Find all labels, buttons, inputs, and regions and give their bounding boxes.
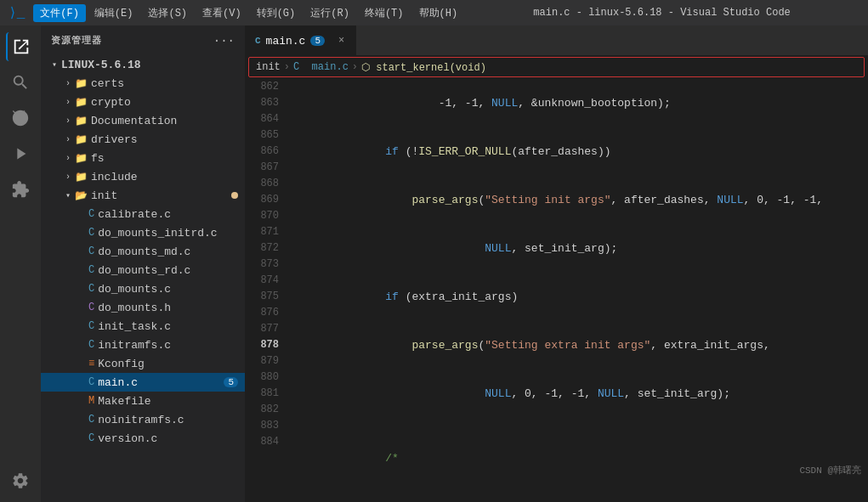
line-num-871: 871 (245, 224, 279, 240)
c-file-icon: C (88, 264, 94, 276)
title-bar: ⟩_ 文件(F)编辑(E)选择(S)查看(V)转到(G)运行(R)终端(T)帮助… (0, 0, 868, 25)
search-icon[interactable] (6, 68, 35, 97)
do-mounts-rd-label: do_mounts_rd.c (98, 264, 190, 277)
crypto-label: crypto (91, 96, 131, 109)
menu-item-0[interactable]: 文件(F) (33, 4, 86, 22)
sidebar-item-do-mounts-md[interactable]: › C do_mounts_md.c (41, 242, 245, 261)
menu-item-3[interactable]: 查看(V) (196, 4, 248, 22)
sidebar-item-kconfig[interactable]: › ≡ Kconfig (41, 354, 245, 373)
include-arrow: › (61, 172, 75, 182)
fs-label: fs (91, 152, 105, 165)
docs-label: Documentation (91, 115, 177, 127)
sidebar-item-makefile[interactable]: › M Makefile (41, 392, 245, 410)
code-line-865: NULL, set_init_arg); (292, 224, 868, 273)
menu-item-4[interactable]: 转到(G) (250, 4, 303, 22)
makefile-label: Makefile (98, 395, 150, 408)
menu-item-5[interactable]: 运行(R) (304, 4, 356, 22)
line-num-868: 868 (245, 176, 279, 192)
line-num-882: 882 (245, 402, 279, 418)
c-file-icon: C (88, 320, 94, 332)
c-file-icon: C (88, 432, 94, 444)
line-num-867: 867 (245, 160, 279, 176)
settings-icon[interactable] (6, 466, 35, 495)
c-file-icon: C (88, 376, 94, 388)
sidebar-item-noinitramfs[interactable]: › C noinitramfs.c (41, 410, 245, 429)
menu-item-6[interactable]: 终端(T) (358, 4, 411, 22)
init-modified-badge (231, 192, 238, 199)
h-file-icon: C (88, 302, 94, 313)
sidebar-item-do-mounts[interactable]: › C do_mounts.c (41, 279, 245, 298)
folder-icon: 📁 (75, 96, 88, 109)
line-num-864: 864 (245, 111, 279, 127)
version-label: version.c (98, 432, 157, 445)
line-num-880: 880 (245, 369, 279, 386)
line-num-865: 865 (245, 127, 279, 144)
menu-item-1[interactable]: 编辑(E) (88, 4, 140, 22)
certs-arrow: › (61, 79, 75, 88)
tab-main-label: main.c (266, 35, 306, 48)
breadcrumb-function[interactable]: ⬡ start_kernel(void) (361, 61, 486, 74)
code-line-869 (292, 418, 868, 434)
sidebar-title: 资源管理器 (51, 34, 102, 47)
tab-main-badge: 5 (310, 36, 325, 46)
sidebar-item-documentation[interactable]: › 📁 Documentation (41, 111, 245, 130)
do-mounts-h-label: do_mounts.h (98, 302, 171, 314)
watermark: CSDN @韩曙亮 (799, 464, 861, 477)
do-mounts-md-label: do_mounts_md.c (98, 245, 190, 258)
sidebar-item-drivers[interactable]: › 📁 drivers (41, 130, 245, 149)
line-num-884: 884 (245, 434, 279, 450)
sidebar-item-do-mounts-rd[interactable]: › C do_mounts_rd.c (41, 261, 245, 279)
sidebar-item-calibrate[interactable]: › C calibrate.c (41, 205, 245, 223)
file-tree: ▾ LINUX-5.6.18 › 📁 certs › 📁 crypto › 📁 … (41, 55, 245, 502)
docs-arrow: › (61, 116, 75, 126)
line-num-863: 863 (245, 95, 279, 111)
sidebar-item-version[interactable]: › C version.c (41, 429, 245, 448)
breadcrumb-sep2: › (352, 61, 358, 73)
root-folder[interactable]: ▾ LINUX-5.6.18 (41, 55, 245, 74)
folder-icon: 📁 (75, 77, 88, 90)
line-num-878: 878 (245, 337, 279, 353)
line-num-874: 874 (245, 273, 279, 289)
debug-icon[interactable] (6, 139, 35, 168)
extensions-icon[interactable] (6, 175, 35, 204)
code-editor[interactable]: -1, -1, NULL, &unknown_bootoption); if (… (286, 79, 868, 502)
explorer-icon[interactable] (6, 32, 35, 61)
sidebar-item-include[interactable]: › 📁 include (41, 167, 245, 186)
sidebar-item-main[interactable]: › C main.c 5 (41, 373, 245, 392)
code-line-871: * These use large bootmem allocations an… (292, 482, 868, 502)
line-num-876: 876 (245, 305, 279, 321)
line-num-883: 883 (245, 418, 279, 434)
init-label: init (91, 189, 117, 202)
sidebar-item-initramfs[interactable]: › C initramfs.c (41, 336, 245, 354)
source-control-icon[interactable] (6, 104, 35, 133)
folder-icon: 📁 (75, 115, 88, 127)
tab-main-c[interactable]: C main.c 5 × (245, 25, 356, 55)
root-arrow: ▾ (48, 59, 61, 70)
drivers-arrow: › (61, 135, 75, 144)
sidebar: 资源管理器 ··· ▾ LINUX-5.6.18 › 📁 certs › 📁 c… (41, 25, 245, 502)
kconfig-label: Kconfig (98, 358, 145, 370)
sidebar-item-crypto[interactable]: › 📁 crypto (41, 93, 245, 111)
sidebar-item-certs[interactable]: › 📁 certs (41, 74, 245, 93)
tab-close-button[interactable]: × (337, 34, 346, 48)
sidebar-item-do-mounts-initrd[interactable]: › C do_mounts_initrd.c (41, 223, 245, 242)
noinitramfs-label: noinitramfs.c (98, 414, 184, 426)
activity-bar (0, 25, 41, 502)
line-numbers: 862 863 864 865 866 867 868 869 870 871 … (245, 79, 286, 502)
sidebar-item-do-mounts-h[interactable]: › C do_mounts.h (41, 298, 245, 317)
root-folder-label: LINUX-5.6.18 (61, 59, 141, 71)
c-file-icon: C (88, 414, 94, 426)
menu-bar: 文件(F)编辑(E)选择(S)查看(V)转到(G)运行(R)终端(T)帮助(H) (33, 4, 464, 22)
code-line-870: /* (292, 434, 868, 482)
sidebar-item-fs[interactable]: › 📁 fs (41, 149, 245, 167)
menu-item-2[interactable]: 选择(S) (141, 4, 194, 22)
breadcrumb-main[interactable]: C main.c (293, 61, 349, 73)
sidebar-item-init[interactable]: ▾ 📂 init (41, 186, 245, 205)
sidebar-actions[interactable]: ··· (213, 34, 235, 48)
line-num-862: 862 (245, 79, 279, 95)
line-num-866: 866 (245, 144, 279, 160)
code-line-867: parse_args("Setting extra init args", ex… (292, 321, 868, 369)
breadcrumb-init[interactable]: init (256, 61, 281, 73)
menu-item-7[interactable]: 帮助(H) (412, 4, 465, 22)
sidebar-item-init-task[interactable]: › C init_task.c (41, 317, 245, 336)
